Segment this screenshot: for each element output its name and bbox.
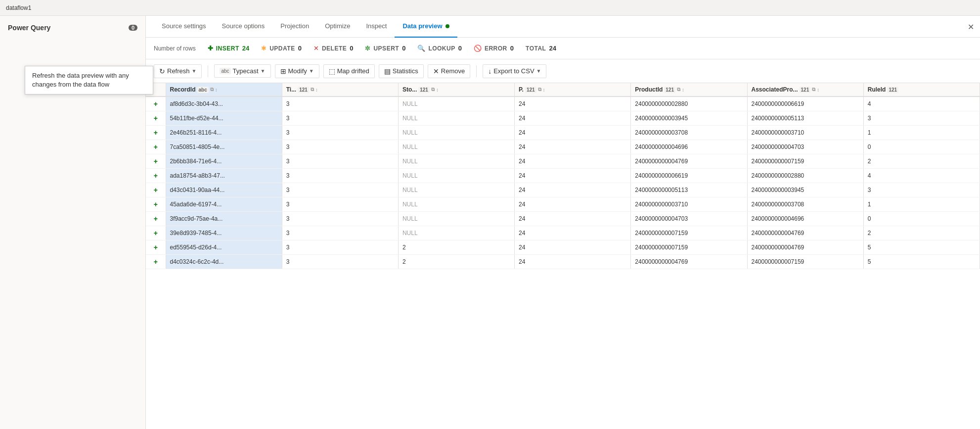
number-of-rows-label: Number of rows xyxy=(154,45,196,52)
map-drifted-icon: ⬚ xyxy=(329,67,335,75)
insert-label: INSERT xyxy=(216,45,239,52)
sort-icon-ti[interactable]: ↕ xyxy=(315,87,318,93)
copy-icon-productid[interactable]: ⧉ xyxy=(677,87,680,93)
cell-ti: 3 xyxy=(282,169,398,183)
cell-ruleid: 2 xyxy=(863,226,980,240)
total-value: 24 xyxy=(549,45,556,52)
cell-ruleid: 2 xyxy=(863,154,980,169)
total-stat: TOTAL 24 xyxy=(526,45,556,52)
cell-sto: 2 xyxy=(398,240,514,255)
modify-dropdown-icon: ▼ xyxy=(309,68,314,74)
cell-p: 24 xyxy=(515,226,631,240)
cell-sto: 2 xyxy=(398,255,514,269)
update-value: 0 xyxy=(298,45,302,52)
stats-bar: Number of rows ✚ INSERT 24 ✱ UPDATE 0 ✕ … xyxy=(146,38,980,59)
col-header-ti: Ti... 121 ⧉ ↕ xyxy=(282,83,398,96)
table-row: + d4c0324c-6c2c-4d... 3 2 24 24000000000… xyxy=(146,255,980,269)
col-sto-type: 121 xyxy=(418,87,430,93)
cell-sto: NULL xyxy=(398,169,514,183)
cell-ruleid: 3 xyxy=(863,183,980,197)
data-table: ↕ RecordId abc ⧉ ↕ xyxy=(146,83,980,269)
col-ruleid-type: 121 xyxy=(887,87,898,93)
row-action-icon: + xyxy=(146,226,166,240)
remove-button[interactable]: ✕ Remove xyxy=(428,64,470,78)
insert-icon: ✚ xyxy=(208,45,213,52)
copy-icon-assocpro[interactable]: ⧉ xyxy=(812,87,815,93)
insert-row-icon: + xyxy=(154,129,158,137)
cell-sto: NULL xyxy=(398,154,514,169)
cell-sto: NULL xyxy=(398,140,514,154)
cell-sto: NULL xyxy=(398,183,514,197)
col-recordid-type: abc xyxy=(197,87,209,93)
cell-recordid: ada18754-a8b3-47... xyxy=(166,169,282,183)
tab-source-options[interactable]: Source options xyxy=(214,16,273,38)
cell-ruleid: 3 xyxy=(863,111,980,126)
cell-ti: 3 xyxy=(282,154,398,169)
cell-productid: 2400000000004769 xyxy=(631,154,747,169)
lookup-value: 0 xyxy=(458,45,462,52)
col-sto-label: Sto... xyxy=(402,86,417,93)
cell-ruleid: 1 xyxy=(863,126,980,140)
table-row: + 39e8d939-7485-4... 3 NULL 24 240000000… xyxy=(146,226,980,240)
cell-ti: 3 xyxy=(282,212,398,226)
cell-productid: 2400000000007159 xyxy=(631,226,747,240)
cell-ruleid: 5 xyxy=(863,240,980,255)
tab-source-settings[interactable]: Source settings xyxy=(154,16,214,38)
insert-value: 24 xyxy=(242,45,249,52)
cell-associatedpro: 2400000000003708 xyxy=(747,197,863,212)
data-table-container[interactable]: ↕ RecordId abc ⧉ ↕ xyxy=(146,83,980,429)
cell-p: 24 xyxy=(515,140,631,154)
copy-icon-sto[interactable]: ⧉ xyxy=(431,87,435,93)
table-row: + 45ada6de-6197-4... 3 NULL 24 240000000… xyxy=(146,197,980,212)
tab-inspect[interactable]: Inspect xyxy=(358,16,395,38)
tab-data-preview[interactable]: Data preview xyxy=(395,16,457,38)
cell-productid: 2400000000005113 xyxy=(631,183,747,197)
cell-ti: 3 xyxy=(282,126,398,140)
update-icon: ✱ xyxy=(261,45,267,52)
close-tab-button[interactable]: ✕ xyxy=(968,22,974,31)
typecast-dropdown-icon: ▼ xyxy=(261,68,266,74)
copy-icon-p[interactable]: ⧉ xyxy=(538,87,541,93)
export-csv-button[interactable]: ↓ Export to CSV ▼ xyxy=(483,64,546,78)
error-stat: 🚫 ERROR 0 xyxy=(474,45,514,52)
cell-recordid: af8d6d3c-3b04-43... xyxy=(166,96,282,111)
cell-productid: 2400000000003710 xyxy=(631,197,747,212)
col-recordid-label: RecordId xyxy=(170,86,196,93)
sort-icon-productid[interactable]: ↕ xyxy=(682,87,684,93)
sort-icon-p[interactable]: ↕ xyxy=(543,87,545,93)
cell-recordid: 39e8d939-7485-4... xyxy=(166,226,282,240)
sort-icon-sto[interactable]: ↕ xyxy=(436,87,439,93)
refresh-button[interactable]: ↻ Refresh ▼ xyxy=(154,64,202,78)
cell-associatedpro: 2400000000003710 xyxy=(747,126,863,140)
copy-icon-ti[interactable]: ⧉ xyxy=(311,87,314,93)
col-header-associatedpro: AssociatedPro... 121 ⧉ ↕ xyxy=(747,83,863,96)
cell-recordid: 2b6bb384-71e6-4... xyxy=(166,154,282,169)
insert-row-icon: + xyxy=(154,229,158,237)
col-header-sto: Sto... 121 ⧉ ↕ xyxy=(398,83,514,96)
typecast-button[interactable]: abc Typecast ▼ xyxy=(214,64,270,78)
delete-icon: ✕ xyxy=(313,45,319,52)
cell-productid: 2400000000007159 xyxy=(631,240,747,255)
cell-p: 24 xyxy=(515,154,631,169)
sort-icon-recordid[interactable]: ↕ xyxy=(215,87,218,93)
row-action-icon: + xyxy=(146,183,166,197)
upsert-label: UPSERT xyxy=(373,45,399,52)
tab-projection[interactable]: Projection xyxy=(272,16,317,38)
insert-row-icon: + xyxy=(154,200,158,208)
tab-optimize[interactable]: Optimize xyxy=(317,16,358,38)
sort-icon-assocpro[interactable]: ↕ xyxy=(817,87,819,93)
cell-ti: 3 xyxy=(282,197,398,212)
remove-label: Remove xyxy=(441,67,465,75)
cell-productid: 2400000000004769 xyxy=(631,255,747,269)
upsert-value: 0 xyxy=(402,45,405,52)
copy-icon-recordid[interactable]: ⧉ xyxy=(210,87,214,93)
cell-p: 24 xyxy=(515,169,631,183)
cell-productid: 2400000000006619 xyxy=(631,169,747,183)
table-row: + 54b11fbe-d52e-44... 3 NULL 24 24000000… xyxy=(146,111,980,126)
map-drifted-button[interactable]: ⬚ Map drifted xyxy=(323,64,375,78)
modify-button[interactable]: ⊞ Modify ▼ xyxy=(275,64,319,78)
row-action-icon: + xyxy=(146,169,166,183)
cell-sto: NULL xyxy=(398,126,514,140)
statistics-button[interactable]: ▤ Statistics xyxy=(379,64,424,78)
export-icon: ↓ xyxy=(488,67,491,75)
